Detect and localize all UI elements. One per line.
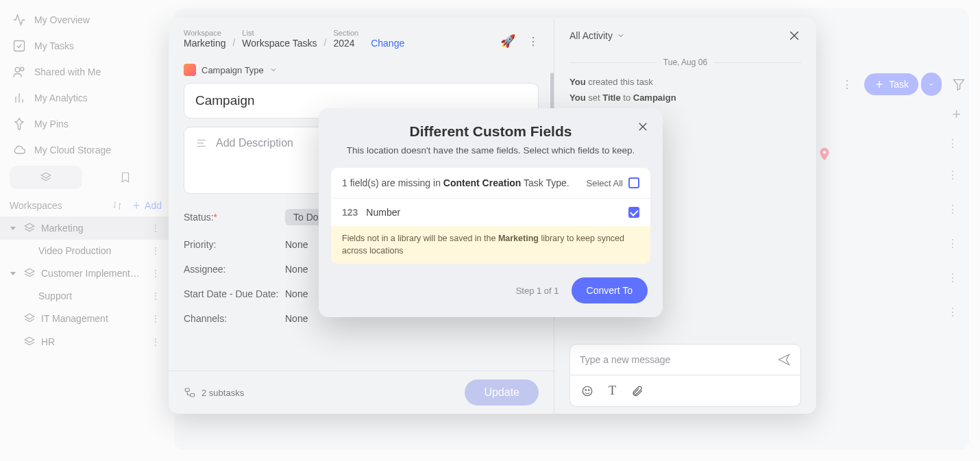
- crumb-list[interactable]: List Workspace Tasks: [242, 29, 317, 49]
- chevron-down-icon: [269, 66, 278, 74]
- crumb-label: List: [242, 29, 317, 37]
- activity-row: You created this task: [569, 77, 801, 87]
- task-type-label: Campaign Type: [201, 65, 264, 75]
- custom-fields-dialog: Different Custom Fields This location do…: [319, 108, 663, 317]
- field-value: None: [285, 264, 308, 275]
- drawer-close-icon[interactable]: [787, 29, 801, 42]
- convert-button[interactable]: Convert To: [572, 277, 648, 303]
- subtasks-icon: [184, 386, 196, 399]
- change-link[interactable]: Change: [371, 38, 404, 49]
- activity-filter[interactable]: All Activity: [569, 30, 625, 41]
- crumb-label: Section: [333, 29, 358, 37]
- drawer-footer: 2 subtasks Update: [169, 371, 554, 414]
- breadcrumb: Workspace Marketing / List Workspace Tas…: [169, 18, 554, 54]
- desc-placeholder: Add Description: [216, 137, 293, 184]
- field-value: None: [285, 288, 308, 299]
- message-placeholder: Type a new message: [580, 354, 670, 365]
- subtasks-label: 2 subtasks: [201, 388, 244, 398]
- step-indicator: Step 1 of 1: [516, 286, 559, 296]
- field-label: Priority:: [184, 239, 285, 250]
- svg-point-27: [585, 389, 587, 390]
- field-label: Assignee:: [184, 264, 285, 275]
- field-label: Start Date - Due Date:: [184, 288, 285, 299]
- crumb-value: 2024: [333, 38, 358, 49]
- subtasks-toggle[interactable]: 2 subtasks: [184, 386, 244, 399]
- composer-toolbar: T: [569, 375, 801, 407]
- select-all-checkbox[interactable]: [628, 177, 639, 188]
- dialog-title: Different Custom Fields: [319, 123, 663, 140]
- format-text-icon[interactable]: T: [609, 384, 616, 398]
- dialog-subtitle: This location doesn't have the same fiel…: [319, 145, 663, 155]
- task-type-icon: [184, 64, 196, 76]
- dialog-footer: Step 1 of 1 Convert To: [319, 264, 663, 303]
- crumb-section[interactable]: Section 2024: [333, 29, 358, 49]
- select-all-label: Select All: [587, 178, 623, 188]
- svg-point-26: [583, 386, 592, 396]
- crumb-label: Workspace: [184, 29, 225, 37]
- crumb-sep: /: [324, 37, 327, 49]
- svg-point-28: [589, 389, 590, 390]
- field-label: Channels:: [184, 313, 285, 324]
- field-row-number[interactable]: 123 Number: [331, 199, 650, 226]
- fields-card: 1 field(s) are missing in Content Creati…: [331, 168, 650, 264]
- rocket-icon[interactable]: 🚀: [500, 34, 515, 49]
- emoji-icon[interactable]: [581, 385, 593, 397]
- field-name: Number: [366, 207, 400, 218]
- crumb-sep: /: [232, 37, 235, 49]
- attachment-icon[interactable]: [631, 385, 644, 397]
- library-note: Fields not in a library will be saved in…: [331, 226, 650, 264]
- message-composer: Type a new message T: [554, 344, 816, 414]
- missing-summary-row: 1 field(s) are missing in Content Creati…: [331, 168, 650, 199]
- field-value: None: [285, 313, 308, 324]
- dialog-close-icon[interactable]: [637, 121, 649, 133]
- crumb-value: Marketing: [184, 38, 225, 49]
- crumb-workspace[interactable]: Workspace Marketing: [184, 29, 225, 49]
- activity-filter-label: All Activity: [569, 30, 613, 41]
- update-button[interactable]: Update: [465, 379, 539, 406]
- task-title-input[interactable]: [195, 93, 527, 108]
- message-input[interactable]: Type a new message: [569, 344, 801, 375]
- svg-rect-22: [185, 388, 189, 392]
- drawer-menu-icon[interactable]: ⋮: [528, 35, 539, 48]
- field-value: None: [285, 239, 308, 250]
- select-all[interactable]: Select All: [587, 177, 639, 188]
- activity-row: You set Title to Campaign: [569, 92, 801, 103]
- send-icon[interactable]: [777, 353, 791, 366]
- crumb-value: Workspace Tasks: [242, 38, 317, 49]
- field-type-badge: 123: [342, 207, 358, 218]
- task-type-selector[interactable]: Campaign Type: [184, 64, 539, 76]
- field-checkbox[interactable]: [628, 207, 639, 218]
- align-left-icon: [195, 137, 208, 149]
- activity-date: Tue, Aug 06: [663, 58, 707, 67]
- chevron-down-icon: [617, 32, 625, 40]
- field-label: Status:: [184, 212, 214, 223]
- svg-rect-23: [191, 394, 195, 397]
